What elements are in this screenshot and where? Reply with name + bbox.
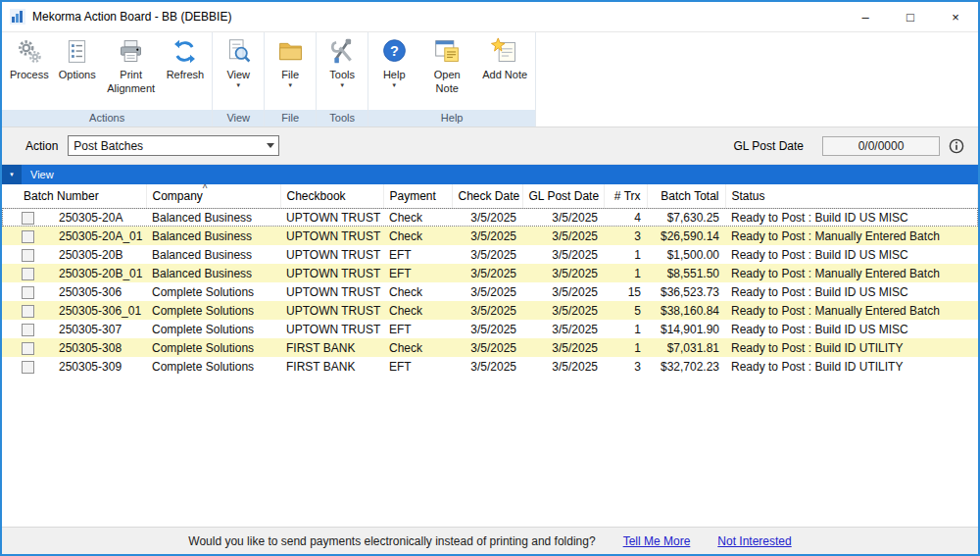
- table-row[interactable]: 250305-20A_01Balanced BusinessUPTOWN TRU…: [2, 227, 978, 245]
- tools-label: Tools: [329, 68, 355, 81]
- open-note-button[interactable]: Open Note: [416, 35, 477, 98]
- options-icon: [63, 37, 91, 67]
- action-label: Action: [25, 139, 58, 153]
- cell-batch_total: $8,551.50: [647, 264, 725, 282]
- column-header-payment[interactable]: Payment: [383, 184, 452, 208]
- toolbar-group-tools: Tools ▼ Tools: [317, 32, 368, 126]
- view-menu[interactable]: View: [30, 169, 54, 180]
- not-interested-link[interactable]: Not Interested: [717, 534, 791, 548]
- cell-trx: 1: [604, 245, 647, 264]
- cell-trx: 4: [604, 208, 647, 227]
- cell-gl_post_date: 3/5/2025: [522, 301, 604, 320]
- row-checkbox[interactable]: [22, 361, 34, 374]
- cell-checkbook: UPTOWN TRUST: [280, 282, 383, 301]
- cell-gl_post_date: 3/5/2025: [522, 338, 604, 357]
- cell-checkbook: UPTOWN TRUST: [280, 320, 383, 338]
- refresh-button[interactable]: Refresh: [162, 35, 210, 83]
- chevron-down-icon: ▼: [391, 82, 397, 88]
- table-row[interactable]: 250305-20ABalanced BusinessUPTOWN TRUSTC…: [2, 208, 978, 227]
- help-icon: ?: [380, 37, 409, 67]
- add-note-button[interactable]: Add Note: [477, 35, 532, 83]
- minimize-button[interactable]: –: [843, 2, 888, 31]
- column-header-gl_post_date[interactable]: GL Post Date: [522, 184, 604, 208]
- action-select[interactable]: Post Batches: [68, 135, 279, 156]
- tell-me-more-link[interactable]: Tell Me More: [623, 534, 691, 548]
- row-checkbox[interactable]: [22, 305, 34, 318]
- info-icon[interactable]: [949, 138, 964, 154]
- column-header-trx[interactable]: # Trx: [604, 184, 647, 208]
- cell-payment: EFT: [383, 320, 452, 338]
- column-header-company[interactable]: Company^: [146, 184, 280, 208]
- row-checkbox[interactable]: [22, 342, 34, 355]
- cell-company: Balanced Business: [146, 208, 280, 227]
- toolbar-group-file: File ▼ File: [265, 32, 317, 126]
- row-checkbox[interactable]: [22, 324, 34, 336]
- cell-company: Balanced Business: [146, 264, 280, 282]
- maximize-button[interactable]: □: [888, 2, 933, 31]
- row-checkbox[interactable]: [22, 249, 34, 262]
- view-button[interactable]: View ▼: [216, 35, 261, 90]
- cell-status: Ready to Post : Build ID US MISC: [725, 245, 977, 264]
- tools-icon: [328, 37, 357, 67]
- view-dropdown-button[interactable]: ▼: [2, 165, 22, 184]
- cell-check_date: 3/5/2025: [452, 357, 522, 376]
- footer-bar: Would you like to send payments electron…: [2, 527, 978, 554]
- table-row[interactable]: 250305-306_01Complete SolutionsUPTOWN TR…: [2, 301, 978, 320]
- cell-company: Complete Solutions: [146, 320, 280, 338]
- cell-gl_post_date: 3/5/2025: [522, 264, 604, 282]
- table-row[interactable]: 250305-20B_01Balanced BusinessUPTOWN TRU…: [2, 264, 978, 282]
- row-checkbox[interactable]: [22, 230, 34, 243]
- cell-checkbook: UPTOWN TRUST: [280, 245, 383, 264]
- view-label: View: [226, 68, 250, 81]
- table-row[interactable]: 250305-20BBalanced BusinessUPTOWN TRUSTE…: [2, 245, 978, 264]
- column-header-status[interactable]: Status: [725, 184, 977, 208]
- cell-payment: Check: [383, 227, 452, 245]
- toolbar-group-label-file: File: [265, 110, 316, 126]
- cell-payment: Check: [383, 301, 452, 320]
- cell-batch_total: $32,702.23: [647, 357, 725, 376]
- table-row[interactable]: 250305-306Complete SolutionsUPTOWN TRUST…: [2, 282, 978, 301]
- gl-post-date-field[interactable]: 0/0/0000: [822, 136, 940, 156]
- help-button[interactable]: ? Help ▼: [371, 35, 416, 90]
- add-note-icon: [491, 37, 519, 67]
- table-row[interactable]: 250305-307Complete SolutionsUPTOWN TRUST…: [2, 320, 978, 338]
- cell-batch_total: $36,523.73: [647, 282, 725, 301]
- column-header-checkbook[interactable]: Checkbook: [280, 184, 383, 208]
- column-header-check_date[interactable]: Check Date: [452, 184, 522, 208]
- cell-company: Complete Solutions: [146, 338, 280, 357]
- row-checkbox[interactable]: [22, 286, 34, 299]
- process-label: Process: [10, 68, 49, 81]
- options-button[interactable]: Options: [54, 35, 101, 83]
- batch-grid: Batch NumberCompany^CheckbookPaymentChec…: [2, 184, 978, 527]
- print-alignment-button[interactable]: Print Alignment: [101, 35, 162, 98]
- cell-gl_post_date: 3/5/2025: [522, 320, 604, 338]
- cell-status: Ready to Post : Build ID US MISC: [725, 282, 977, 301]
- close-button[interactable]: ×: [933, 2, 978, 31]
- column-header-batch_total[interactable]: Batch Total: [647, 184, 725, 208]
- cell-payment: Check: [383, 282, 452, 301]
- table-row[interactable]: 250305-308Complete SolutionsFIRST BANKCh…: [2, 338, 978, 357]
- column-header-batch_number[interactable]: Batch Number: [2, 184, 146, 208]
- process-button[interactable]: Process: [5, 35, 54, 83]
- cell-company: Complete Solutions: [146, 301, 280, 320]
- file-button[interactable]: File ▼: [268, 35, 313, 90]
- chevron-down-icon[interactable]: [262, 136, 278, 155]
- cell-batch_number: 250305-20A: [53, 208, 146, 227]
- cell-check_date: 3/5/2025: [452, 245, 522, 264]
- printer-icon: [117, 37, 145, 67]
- cell-batch_total: $7,031.81: [647, 338, 725, 357]
- chevron-down-icon: ▼: [339, 82, 345, 88]
- sort-ascending-icon: ^: [203, 184, 208, 193]
- cell-company: Complete Solutions: [146, 282, 280, 301]
- row-checkbox[interactable]: [22, 268, 34, 280]
- toolbar-group-label-actions: Actions: [2, 110, 212, 126]
- app-logo-icon: [10, 9, 25, 25]
- cell-trx: 5: [604, 301, 647, 320]
- cell-check_date: 3/5/2025: [452, 282, 522, 301]
- cell-gl_post_date: 3/5/2025: [522, 245, 604, 264]
- row-checkbox[interactable]: [22, 212, 34, 225]
- tools-button[interactable]: Tools ▼: [319, 35, 365, 90]
- table-row[interactable]: 250305-309Complete SolutionsFIRST BANKEF…: [2, 357, 978, 376]
- cell-status: Ready to Post : Manually Entered Batch: [725, 301, 977, 320]
- add-note-label: Add Note: [482, 68, 527, 81]
